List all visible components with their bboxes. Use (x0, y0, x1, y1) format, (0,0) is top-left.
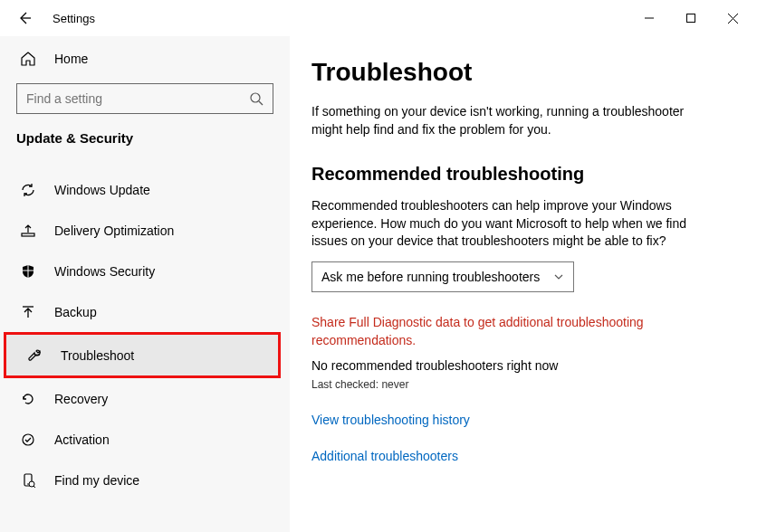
diagnostic-warning: Share Full Diagnostic data to get additi… (311, 314, 674, 349)
search-icon (249, 91, 264, 106)
sidebar-item-label: Find my device (54, 473, 139, 488)
sidebar-item-backup[interactable]: Backup (0, 291, 290, 332)
svg-rect-1 (687, 14, 695, 23)
sidebar-item-troubleshoot[interactable]: Troubleshoot (6, 335, 278, 375)
section-subheading: Recommended troubleshooting (311, 164, 735, 185)
sidebar-item-label: Activation (54, 432, 110, 447)
sidebar-item-windows-update[interactable]: Windows Update (0, 169, 290, 210)
search-field[interactable] (26, 91, 249, 106)
home-nav[interactable]: Home (0, 42, 290, 76)
maximize-button[interactable] (670, 4, 712, 33)
sidebar-item-label: Recovery (54, 392, 108, 406)
find-device-icon (20, 472, 36, 489)
svg-rect-6 (22, 233, 34, 236)
delivery-icon (20, 223, 36, 239)
svg-point-8 (23, 434, 34, 445)
sidebar-item-label: Backup (54, 305, 97, 319)
main-content: Troubleshoot If something on your device… (290, 36, 757, 532)
troubleshoot-preference-dropdown[interactable]: Ask me before running troubleshooters (311, 261, 574, 292)
shield-icon (20, 263, 36, 280)
window-title: Settings (53, 12, 95, 25)
intro-text: If something on your device isn't workin… (311, 103, 701, 138)
view-history-link[interactable]: View troubleshooting history (311, 413, 735, 427)
svg-point-4 (251, 93, 260, 102)
activation-icon (20, 432, 36, 448)
section-header: Update & Security (0, 130, 290, 155)
search-input[interactable] (16, 83, 273, 114)
sync-icon (20, 182, 36, 198)
sidebar-item-label: Troubleshoot (61, 348, 134, 363)
close-button[interactable] (712, 4, 753, 33)
section-desc: Recommended troubleshooters can help imp… (311, 197, 701, 251)
recovery-icon (20, 391, 36, 407)
sidebar-item-label: Delivery Optimization (54, 223, 174, 238)
chevron-down-icon (553, 271, 564, 282)
backup-icon (20, 304, 36, 320)
highlight-annotation: Troubleshoot (4, 332, 281, 378)
back-button[interactable] (14, 11, 34, 25)
titlebar: Settings (0, 0, 757, 36)
sidebar: Home Update & Security Windows Update (0, 36, 290, 532)
last-checked-text: Last checked: never (311, 378, 735, 391)
home-label: Home (54, 52, 88, 66)
sidebar-item-windows-security[interactable]: Windows Security (0, 251, 290, 291)
status-text: No recommended troubleshooters right now (311, 358, 735, 373)
sidebar-item-label: Windows Security (54, 264, 155, 279)
wrench-icon (26, 347, 43, 364)
minimize-button[interactable] (628, 4, 670, 33)
svg-line-12 (34, 486, 35, 488)
additional-troubleshooters-link[interactable]: Additional troubleshooters (311, 449, 735, 463)
sidebar-item-recovery[interactable]: Recovery (0, 378, 290, 419)
sidebar-item-delivery-optimization[interactable]: Delivery Optimization (0, 210, 290, 251)
sidebar-item-activation[interactable]: Activation (0, 419, 290, 460)
home-icon (20, 51, 36, 67)
svg-line-5 (259, 101, 263, 105)
sidebar-item-label: Windows Update (54, 183, 150, 197)
sidebar-item-find-my-device[interactable]: Find my device (0, 460, 290, 500)
page-title: Troubleshoot (311, 58, 735, 87)
dropdown-value: Ask me before running troubleshooters (321, 270, 540, 284)
